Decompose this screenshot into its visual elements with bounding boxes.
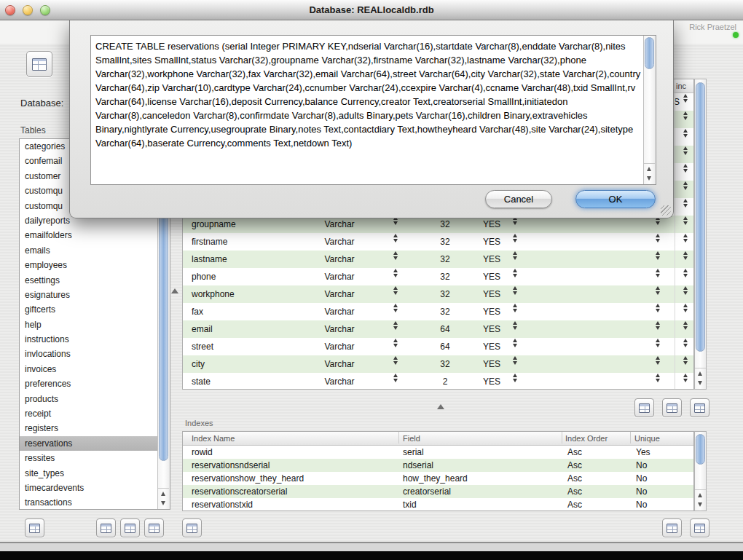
type-stepper[interactable] [393,320,399,331]
scroll-down-arrow[interactable] [695,500,706,510]
autoinc-stepper[interactable] [683,163,689,173]
autoinc-stepper[interactable] [683,355,689,366]
field-row[interactable]: stateVarchar2YES [183,373,694,390]
field-type-cell[interactable]: Varchar [299,320,380,338]
field-size-cell[interactable]: 32 [416,355,474,373]
field-name-cell[interactable]: email [192,320,213,338]
scrollbar-thumb[interactable] [696,434,705,465]
add-table-button[interactable] [25,518,44,537]
scroll-up-arrow[interactable] [695,489,706,500]
section-splitter-caret-icon[interactable] [437,404,444,409]
sidebar-item-emailfolders[interactable]: emailfolders [20,228,159,242]
null-stepper[interactable] [512,285,519,296]
field-size-cell[interactable]: 32 [416,251,474,268]
index-row[interactable]: reservationscreatorserialcreatorserialAs… [183,485,694,498]
sidebar-item-ressites[interactable]: ressites [20,451,159,465]
indexes-scrollbar[interactable] [694,431,707,511]
null-stepper[interactable] [512,373,519,383]
field-row[interactable]: workphoneVarchar32YES [183,285,694,303]
sql-scrollbar[interactable] [643,36,656,184]
duplicate-field-button[interactable] [634,398,654,417]
field-size-cell[interactable]: 64 [416,320,474,338]
field-name-cell[interactable]: state [192,373,211,390]
sidebar-item-invoices[interactable]: invoices [20,362,159,376]
autoinc-stepper[interactable] [683,303,689,313]
sidebar-item-esettings[interactable]: esettings [20,273,159,288]
field-size-cell[interactable]: 32 [416,303,474,320]
field-name-cell[interactable]: fax [192,303,203,320]
sidebar-item-giftcerts[interactable]: giftcerts [20,302,159,317]
field-null-cell[interactable]: YES [474,285,509,303]
null-stepper[interactable] [512,251,519,261]
type-stepper[interactable] [393,251,399,261]
autoinc-stepper[interactable] [683,233,689,243]
autoinc-stepper[interactable] [683,338,689,348]
scroll-down-arrow[interactable] [158,498,169,508]
field-row[interactable]: cityVarchar32YES [183,355,694,373]
autoinc-stepper[interactable] [683,198,689,208]
scroll-up-arrow[interactable] [644,163,655,173]
autoinc-stepper[interactable] [683,251,689,261]
field-type-cell[interactable]: Varchar [299,251,380,268]
column-stepper[interactable] [655,233,661,243]
field-type-cell[interactable]: Varchar [299,233,380,251]
sidebar-item-preferences[interactable]: preferences [20,376,159,391]
field-type-cell[interactable]: Varchar [299,373,380,390]
sidebar-item-site_types[interactable]: site_types [20,466,159,481]
title-bar[interactable]: Database: REALlocaldb.rdb [0,0,743,20]
null-stepper[interactable] [512,338,519,348]
null-stepper[interactable] [512,233,519,243]
show-sql-button[interactable] [182,518,202,537]
scroll-up-arrow[interactable] [158,488,169,498]
type-stepper[interactable] [393,303,399,313]
field-null-cell[interactable]: YES [474,251,509,268]
fields-scrollbar[interactable] [694,79,707,390]
sidebar-item-timecardevents[interactable]: timecardevents [20,481,159,495]
field-type-cell[interactable]: Varchar [299,303,380,320]
null-stepper[interactable] [512,355,519,366]
column-stepper[interactable] [655,320,661,331]
autoinc-stepper[interactable] [683,320,689,331]
null-stepper[interactable] [512,320,519,331]
scroll-down-arrow[interactable] [695,378,706,388]
index-row[interactable]: reservationshow_they_heardhow_they_heard… [183,472,694,485]
field-null-cell[interactable]: YES [474,303,509,320]
sidebar-item-products[interactable]: products [20,392,159,406]
autoinc-stepper[interactable] [683,93,689,103]
scroll-down-arrow[interactable] [644,173,655,184]
field-type-cell[interactable]: Varchar [299,268,380,285]
field-null-cell[interactable]: YES [474,373,509,390]
type-stepper[interactable] [393,373,399,383]
field-row[interactable]: phoneVarchar32YES [183,268,694,285]
field-row[interactable]: faxVarchar32YES [183,303,694,320]
field-null-cell[interactable]: YES [474,233,509,251]
field-type-cell[interactable]: Varchar [299,355,380,373]
delete-field-button[interactable] [690,398,709,417]
type-stepper[interactable] [393,268,399,278]
type-stepper[interactable] [393,355,399,366]
sql-textarea[interactable]: CREATE TABLE reservations (serial Intege… [90,35,656,185]
database-view-button[interactable] [26,51,52,77]
null-stepper[interactable] [512,268,519,278]
field-type-cell[interactable]: Varchar [299,338,380,355]
field-size-cell[interactable]: 32 [416,233,474,251]
null-stepper[interactable] [512,303,519,313]
field-type-cell[interactable]: Varchar [299,285,380,303]
scrollbar-thumb[interactable] [645,37,654,69]
type-stepper[interactable] [393,338,399,348]
resize-grip[interactable] [661,205,671,216]
add-field-button[interactable] [662,398,682,417]
field-row[interactable]: lastnameVarchar32YES [183,251,694,268]
autoinc-stepper[interactable] [683,111,689,121]
sidebar-item-instructions[interactable]: instructions [20,332,159,347]
index-row[interactable]: rowidserialAscYes [183,446,694,459]
sidebar-item-reservations[interactable]: reservations [20,436,159,451]
column-stepper[interactable] [655,285,661,296]
scrollbar-thumb[interactable] [696,82,705,352]
type-stepper[interactable] [393,233,399,243]
column-stepper[interactable] [655,303,661,313]
field-null-cell[interactable]: YES [474,268,509,285]
sidebar-item-receipt[interactable]: receipt [20,406,159,421]
autoinc-stepper[interactable] [683,373,689,383]
sidebar-item-employees[interactable]: employees [20,258,159,272]
